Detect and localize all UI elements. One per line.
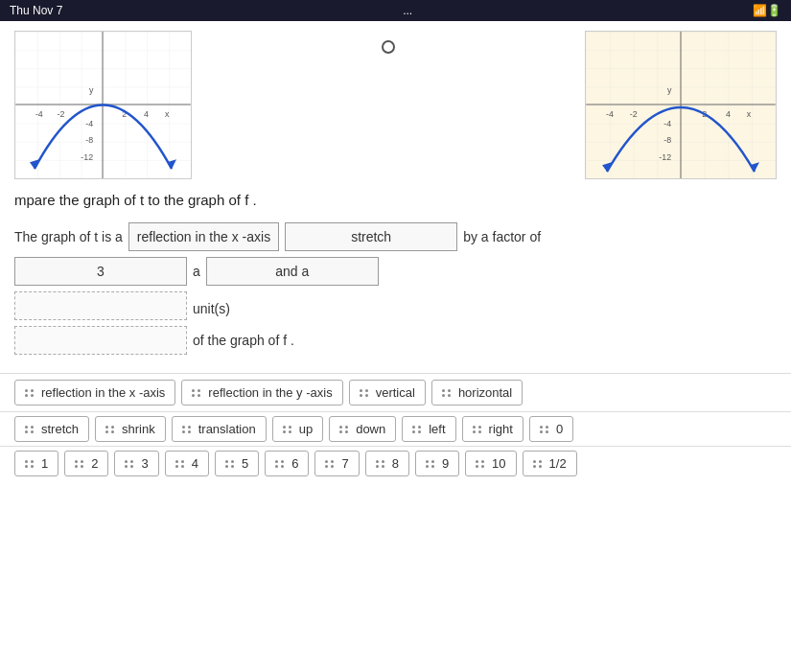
- svg-text:-2: -2: [630, 109, 638, 119]
- chip-4[interactable]: 4: [165, 451, 209, 476]
- chip-up[interactable]: up: [272, 416, 323, 442]
- answer-box-units[interactable]: [14, 291, 187, 320]
- sentence-row-1: The graph of t is a reflection in the x …: [14, 222, 777, 251]
- answer-box-stretch[interactable]: stretch: [285, 222, 457, 251]
- chip-stretch[interactable]: stretch: [14, 416, 89, 442]
- chip-10[interactable]: 10: [465, 451, 516, 476]
- unit-label: unit(s): [193, 301, 230, 320]
- svg-text:-4: -4: [663, 119, 671, 128]
- chip-left[interactable]: left: [402, 416, 455, 442]
- chip-8[interactable]: 8: [365, 451, 409, 476]
- svg-text:y: y: [667, 85, 672, 95]
- chip-9[interactable]: 9: [415, 451, 459, 476]
- of-graph-label: of the graph of f .: [193, 333, 294, 348]
- chip-7[interactable]: 7: [314, 451, 359, 476]
- question-label: mpare the graph of t to the graph of f .: [14, 192, 257, 208]
- sentence-row-4: of the graph of f .: [14, 326, 777, 355]
- sentence-row-2: 3 a and a: [14, 257, 777, 286]
- answer-box-ofgraph[interactable]: [14, 326, 187, 355]
- svg-text:y: y: [89, 85, 94, 95]
- answer-box-3[interactable]: 3: [14, 257, 187, 286]
- chip-reflection-x[interactable]: reflection in the x -axis: [14, 380, 175, 406]
- left-graph: -4 -2 2 4 x y -4 -8 -12: [14, 31, 192, 179]
- answer-box-reflection[interactable]: reflection in the x -axis: [128, 222, 279, 251]
- chip-horizontal[interactable]: horizontal: [431, 380, 523, 406]
- chip-vertical[interactable]: vertical: [349, 380, 426, 406]
- svg-text:-12: -12: [659, 152, 671, 162]
- svg-text:-4: -4: [606, 109, 614, 119]
- svg-text:x: x: [165, 109, 170, 119]
- date-display: Thu Nov 7: [10, 4, 62, 17]
- circle-indicator: [382, 40, 395, 54]
- right-graph-svg: -4 -2 2 4 x y -4 -8 -12: [586, 32, 776, 178]
- left-graph-svg: -4 -2 2 4 x y -4 -8 -12: [15, 32, 191, 178]
- sentence-row-3: unit(s): [14, 291, 777, 320]
- chip-0[interactable]: 0: [529, 416, 573, 442]
- chip-shrink[interactable]: shrink: [95, 416, 166, 442]
- svg-text:-8: -8: [663, 135, 671, 145]
- chip-3[interactable]: 3: [114, 451, 158, 476]
- svg-text:-4: -4: [85, 119, 93, 128]
- chips-row-3: 1 2 3 4 5 6 7 8: [0, 446, 791, 480]
- chip-1[interactable]: 1: [14, 451, 58, 476]
- mid-a: a: [193, 264, 200, 279]
- suffix-1: by a factor of: [463, 229, 541, 244]
- top-section: -4 -2 2 4 x y -4 -8 -12: [0, 21, 791, 184]
- answer-box-anda[interactable]: and a: [206, 257, 379, 286]
- chips-row-1: reflection in the x -axis reflection in …: [0, 373, 791, 411]
- svg-text:-2: -2: [58, 109, 65, 119]
- prefix-1: The graph of t is a: [14, 229, 123, 244]
- right-graph: -4 -2 2 4 x y -4 -8 -12: [585, 31, 777, 179]
- middle-area: [211, 31, 566, 63]
- chip-reflection-y[interactable]: reflection in the y -axis: [181, 380, 342, 406]
- chip-right[interactable]: right: [462, 416, 523, 442]
- chip-6[interactable]: 6: [265, 451, 309, 476]
- question-text: mpare the graph of t to the graph of f .: [0, 184, 791, 213]
- main-content: -4 -2 2 4 x y -4 -8 -12: [0, 21, 791, 672]
- dots-menu[interactable]: ...: [403, 4, 412, 17]
- svg-text:-8: -8: [85, 135, 93, 145]
- chip-translation[interactable]: translation: [172, 416, 267, 442]
- svg-text:4: 4: [726, 109, 731, 119]
- chip-down[interactable]: down: [329, 416, 396, 442]
- chip-5[interactable]: 5: [215, 451, 259, 476]
- svg-text:-12: -12: [81, 152, 93, 162]
- chips-row-2: stretch shrink translation up down left …: [0, 411, 791, 446]
- sentence-area: The graph of t is a reflection in the x …: [0, 218, 791, 365]
- svg-text:-4: -4: [35, 109, 43, 119]
- status-icons: 📶🔋: [753, 4, 781, 17]
- svg-text:4: 4: [144, 109, 149, 119]
- status-bar: Thu Nov 7 ... 📶🔋: [0, 0, 791, 21]
- chip-half[interactable]: 1/2: [523, 451, 577, 476]
- svg-text:x: x: [747, 109, 752, 119]
- chip-2[interactable]: 2: [64, 451, 108, 476]
